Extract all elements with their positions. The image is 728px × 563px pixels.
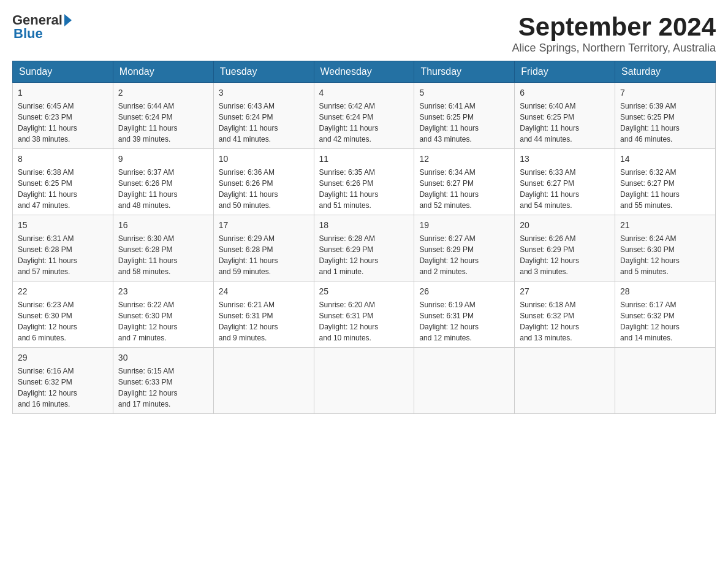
day-info: Sunrise: 6:28 AMSunset: 6:29 PMDaylight:… [319, 233, 409, 277]
day-info: Sunrise: 6:26 AMSunset: 6:29 PMDaylight:… [520, 233, 610, 277]
logo-arrow-icon [64, 14, 72, 26]
day-number: 15 [18, 219, 108, 232]
day-info: Sunrise: 6:43 AMSunset: 6:24 PMDaylight:… [219, 101, 309, 145]
calendar-cell [615, 348, 716, 414]
calendar-cell: 4Sunrise: 6:42 AMSunset: 6:24 PMDaylight… [314, 83, 414, 149]
day-number: 30 [118, 351, 208, 364]
calendar-week-row: 15Sunrise: 6:31 AMSunset: 6:28 PMDayligh… [13, 215, 716, 282]
day-number: 12 [419, 153, 509, 166]
calendar-cell: 23Sunrise: 6:22 AMSunset: 6:30 PMDayligh… [113, 282, 213, 348]
day-number: 13 [520, 153, 610, 166]
day-info: Sunrise: 6:18 AMSunset: 6:32 PMDaylight:… [520, 299, 610, 343]
calendar-cell: 15Sunrise: 6:31 AMSunset: 6:28 PMDayligh… [13, 215, 113, 282]
day-number: 25 [319, 285, 409, 298]
day-number: 10 [219, 153, 309, 166]
calendar-cell: 11Sunrise: 6:35 AMSunset: 6:26 PMDayligh… [314, 149, 414, 215]
day-number: 7 [620, 86, 710, 99]
col-header-tuesday: Tuesday [213, 61, 314, 83]
day-info: Sunrise: 6:45 AMSunset: 6:23 PMDaylight:… [18, 101, 108, 145]
day-number: 18 [319, 219, 409, 232]
day-number: 24 [219, 285, 309, 298]
day-info: Sunrise: 6:32 AMSunset: 6:27 PMDaylight:… [620, 167, 710, 211]
day-number: 9 [118, 153, 208, 166]
calendar-cell: 22Sunrise: 6:23 AMSunset: 6:30 PMDayligh… [13, 282, 113, 348]
calendar-cell: 24Sunrise: 6:21 AMSunset: 6:31 PMDayligh… [213, 282, 314, 348]
col-header-wednesday: Wednesday [314, 61, 414, 83]
day-info: Sunrise: 6:16 AMSunset: 6:32 PMDaylight:… [18, 366, 108, 410]
col-header-saturday: Saturday [615, 61, 716, 83]
logo-blue-text: Blue [13, 26, 43, 42]
calendar-cell: 16Sunrise: 6:30 AMSunset: 6:28 PMDayligh… [113, 215, 213, 282]
day-number: 26 [419, 285, 509, 298]
day-number: 5 [419, 86, 509, 99]
col-header-monday: Monday [113, 61, 213, 83]
day-info: Sunrise: 6:27 AMSunset: 6:29 PMDaylight:… [419, 233, 509, 277]
day-number: 2 [118, 86, 208, 99]
calendar-cell: 9Sunrise: 6:37 AMSunset: 6:26 PMDaylight… [113, 149, 213, 215]
day-number: 4 [319, 86, 409, 99]
day-number: 28 [620, 285, 710, 298]
day-number: 19 [419, 219, 509, 232]
location-subtitle: Alice Springs, Northern Territory, Austr… [512, 42, 716, 55]
calendar-week-row: 29Sunrise: 6:16 AMSunset: 6:32 PMDayligh… [13, 348, 716, 414]
calendar-cell: 14Sunrise: 6:32 AMSunset: 6:27 PMDayligh… [615, 149, 716, 215]
calendar-cell: 12Sunrise: 6:34 AMSunset: 6:27 PMDayligh… [414, 149, 515, 215]
day-info: Sunrise: 6:15 AMSunset: 6:33 PMDaylight:… [118, 366, 208, 410]
month-year-title: September 2024 [512, 12, 716, 42]
calendar-table: SundayMondayTuesdayWednesdayThursdayFrid… [12, 61, 716, 414]
title-section: September 2024 Alice Springs, Northern T… [512, 12, 716, 55]
calendar-week-row: 8Sunrise: 6:38 AMSunset: 6:25 PMDaylight… [13, 149, 716, 215]
col-header-friday: Friday [515, 61, 615, 83]
calendar-cell: 2Sunrise: 6:44 AMSunset: 6:24 PMDaylight… [113, 83, 213, 149]
calendar-week-row: 1Sunrise: 6:45 AMSunset: 6:23 PMDaylight… [13, 83, 716, 149]
day-number: 3 [219, 86, 309, 99]
day-number: 22 [18, 285, 108, 298]
calendar-cell [213, 348, 314, 414]
calendar-week-row: 22Sunrise: 6:23 AMSunset: 6:30 PMDayligh… [13, 282, 716, 348]
logo: General Blue [12, 12, 74, 42]
calendar-cell: 27Sunrise: 6:18 AMSunset: 6:32 PMDayligh… [515, 282, 615, 348]
day-info: Sunrise: 6:31 AMSunset: 6:28 PMDaylight:… [18, 233, 108, 277]
day-info: Sunrise: 6:38 AMSunset: 6:25 PMDaylight:… [18, 167, 108, 211]
day-info: Sunrise: 6:39 AMSunset: 6:25 PMDaylight:… [620, 101, 710, 145]
day-info: Sunrise: 6:44 AMSunset: 6:24 PMDaylight:… [118, 101, 208, 145]
day-info: Sunrise: 6:34 AMSunset: 6:27 PMDaylight:… [419, 167, 509, 211]
calendar-cell: 5Sunrise: 6:41 AMSunset: 6:25 PMDaylight… [414, 83, 515, 149]
day-info: Sunrise: 6:41 AMSunset: 6:25 PMDaylight:… [419, 101, 509, 145]
day-number: 6 [520, 86, 610, 99]
calendar-cell [515, 348, 615, 414]
calendar-cell [314, 348, 414, 414]
day-info: Sunrise: 6:22 AMSunset: 6:30 PMDaylight:… [118, 299, 208, 343]
day-info: Sunrise: 6:29 AMSunset: 6:28 PMDaylight:… [219, 233, 309, 277]
day-number: 1 [18, 86, 108, 99]
calendar-cell: 30Sunrise: 6:15 AMSunset: 6:33 PMDayligh… [113, 348, 213, 414]
calendar-cell: 21Sunrise: 6:24 AMSunset: 6:30 PMDayligh… [615, 215, 716, 282]
col-header-sunday: Sunday [13, 61, 113, 83]
day-number: 21 [620, 219, 710, 232]
calendar-cell: 13Sunrise: 6:33 AMSunset: 6:27 PMDayligh… [515, 149, 615, 215]
day-number: 14 [620, 153, 710, 166]
day-number: 20 [520, 219, 610, 232]
day-number: 23 [118, 285, 208, 298]
calendar-cell: 17Sunrise: 6:29 AMSunset: 6:28 PMDayligh… [213, 215, 314, 282]
day-info: Sunrise: 6:36 AMSunset: 6:26 PMDaylight:… [219, 167, 309, 211]
day-number: 16 [118, 219, 208, 232]
day-info: Sunrise: 6:23 AMSunset: 6:30 PMDaylight:… [18, 299, 108, 343]
calendar-cell: 19Sunrise: 6:27 AMSunset: 6:29 PMDayligh… [414, 215, 515, 282]
page-header: General Blue September 2024 Alice Spring… [12, 12, 716, 55]
calendar-cell: 3Sunrise: 6:43 AMSunset: 6:24 PMDaylight… [213, 83, 314, 149]
calendar-cell: 26Sunrise: 6:19 AMSunset: 6:31 PMDayligh… [414, 282, 515, 348]
day-info: Sunrise: 6:21 AMSunset: 6:31 PMDaylight:… [219, 299, 309, 343]
col-header-thursday: Thursday [414, 61, 515, 83]
day-info: Sunrise: 6:17 AMSunset: 6:32 PMDaylight:… [620, 299, 710, 343]
calendar-cell: 10Sunrise: 6:36 AMSunset: 6:26 PMDayligh… [213, 149, 314, 215]
day-number: 11 [319, 153, 409, 166]
calendar-cell: 29Sunrise: 6:16 AMSunset: 6:32 PMDayligh… [13, 348, 113, 414]
day-info: Sunrise: 6:42 AMSunset: 6:24 PMDaylight:… [319, 101, 409, 145]
day-number: 29 [18, 351, 108, 364]
calendar-cell: 6Sunrise: 6:40 AMSunset: 6:25 PMDaylight… [515, 83, 615, 149]
calendar-cell [414, 348, 515, 414]
day-info: Sunrise: 6:40 AMSunset: 6:25 PMDaylight:… [520, 101, 610, 145]
day-info: Sunrise: 6:30 AMSunset: 6:28 PMDaylight:… [118, 233, 208, 277]
calendar-cell: 20Sunrise: 6:26 AMSunset: 6:29 PMDayligh… [515, 215, 615, 282]
